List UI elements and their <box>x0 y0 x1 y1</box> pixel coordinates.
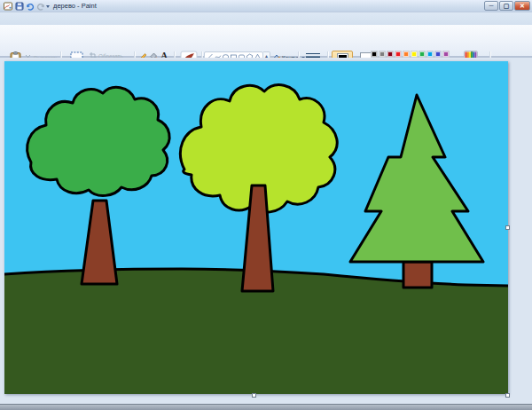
minimize-button[interactable]: ─ <box>484 1 498 11</box>
palette-swatch[interactable] <box>442 51 450 58</box>
ribbon-tab-row: Главная Вид ? <box>0 12 532 25</box>
qat-dropdown-icon[interactable] <box>46 5 50 8</box>
window-title: дерево - Paint <box>53 2 97 10</box>
palette-swatch[interactable] <box>419 51 426 58</box>
minimize-icon: ─ <box>489 3 494 9</box>
canvas-resize-handle-corner[interactable] <box>505 393 510 398</box>
palette-swatch[interactable] <box>434 51 442 58</box>
canvas-resize-handle-right[interactable] <box>505 225 510 230</box>
palette-swatch[interactable] <box>371 51 378 58</box>
close-button[interactable]: ✕ <box>514 1 530 11</box>
fir-trunk <box>403 262 432 288</box>
save-icon[interactable] <box>15 2 24 11</box>
palette-swatch[interactable] <box>395 51 402 58</box>
paint-window: дерево - Paint ─ ▢ ✕ Главная Вид ? Встав… <box>0 0 532 410</box>
palette-swatch[interactable] <box>379 51 386 58</box>
palette-row-1 <box>371 51 450 58</box>
drawing-canvas[interactable] <box>4 61 508 394</box>
undo-icon[interactable] <box>26 2 35 11</box>
palette-swatch[interactable] <box>387 51 394 58</box>
work-area <box>0 58 532 405</box>
status-bar-edge <box>0 404 532 410</box>
redo-icon[interactable] <box>36 2 45 11</box>
palette-swatch[interactable] <box>411 51 418 58</box>
palette-swatch[interactable] <box>403 51 410 58</box>
maximize-icon: ▢ <box>504 3 510 9</box>
maximize-button[interactable]: ▢ <box>499 1 513 11</box>
app-icon[interactable] <box>4 2 12 11</box>
close-icon: ✕ <box>520 3 525 9</box>
palette-swatch[interactable] <box>426 51 434 58</box>
canvas-resize-handle-bottom[interactable] <box>252 393 256 398</box>
ribbon: Вставить Вырезать Копировать Буфер обмен… <box>0 25 532 58</box>
title-bar: дерево - Paint ─ ▢ ✕ <box>0 0 532 12</box>
